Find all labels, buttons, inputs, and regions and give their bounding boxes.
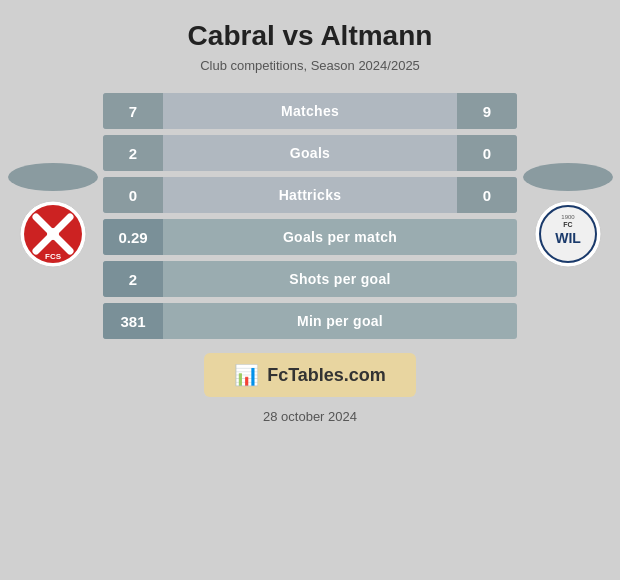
stat-label-goals: Goals <box>163 145 457 161</box>
xamax-logo: FCS <box>18 199 88 269</box>
match-title: Cabral vs Altmann <box>188 20 433 52</box>
svg-text:WIL: WIL <box>555 230 581 246</box>
stat-left-matches: 7 <box>103 93 163 129</box>
stat-right-matches: 9 <box>457 93 517 129</box>
team-ellipse-right <box>523 163 613 191</box>
match-subtitle: Club competitions, Season 2024/2025 <box>200 58 420 73</box>
stat-label-shots-per-goal: Shots per goal <box>163 271 517 287</box>
stat-label-hattricks: Hattricks <box>163 187 457 203</box>
stat-right-goals: 0 <box>457 135 517 171</box>
main-card: Cabral vs Altmann Club competitions, Sea… <box>0 0 620 580</box>
chart-icon: 📊 <box>234 363 259 387</box>
stat-row-goals: 2 Goals 0 <box>103 135 517 171</box>
stat-label-matches: Matches <box>163 103 457 119</box>
stat-row-hattricks: 0 Hattricks 0 <box>103 177 517 213</box>
main-area: FCS 7 Matches 9 2 Goals 0 0 Hattricks 0 <box>10 93 610 339</box>
svg-text:1900: 1900 <box>561 214 575 220</box>
stats-container: 7 Matches 9 2 Goals 0 0 Hattricks 0 0.29… <box>95 93 525 339</box>
fctables-banner[interactable]: 📊 FcTables.com <box>204 353 416 397</box>
svg-text:FC: FC <box>563 221 572 228</box>
club-right: FC 1900 WIL <box>525 163 610 269</box>
stat-left-shots-per-goal: 2 <box>103 261 163 297</box>
fctables-text: FcTables.com <box>267 365 386 386</box>
stat-label-min-per-goal: Min per goal <box>163 313 517 329</box>
stat-right-hattricks: 0 <box>457 177 517 213</box>
match-date: 28 october 2024 <box>263 409 357 424</box>
stat-row-matches: 7 Matches 9 <box>103 93 517 129</box>
stat-left-min-per-goal: 381 <box>103 303 163 339</box>
wil-logo: FC 1900 WIL <box>533 199 603 269</box>
stat-left-goals-per-match: 0.29 <box>103 219 163 255</box>
stat-row-goals-per-match: 0.29 Goals per match <box>103 219 517 255</box>
club-left: FCS <box>10 163 95 269</box>
stat-row-shots-per-goal: 2 Shots per goal <box>103 261 517 297</box>
stat-label-goals-per-match: Goals per match <box>163 229 517 245</box>
stat-left-hattricks: 0 <box>103 177 163 213</box>
team-ellipse-left <box>8 163 98 191</box>
svg-text:FCS: FCS <box>45 252 62 261</box>
svg-point-4 <box>47 228 59 240</box>
stat-row-min-per-goal: 381 Min per goal <box>103 303 517 339</box>
stat-left-goals: 2 <box>103 135 163 171</box>
